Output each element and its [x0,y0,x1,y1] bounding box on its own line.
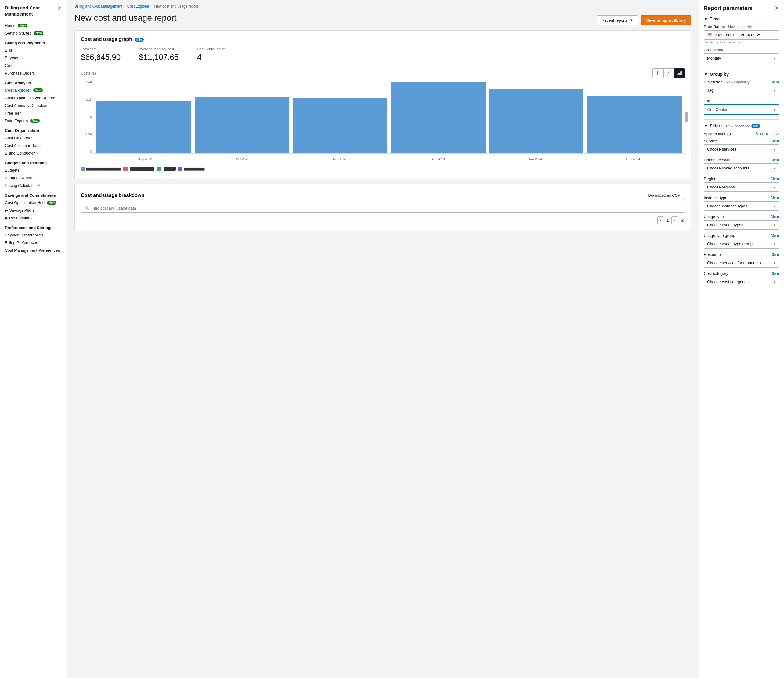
sidebar-item-budgets-reports[interactable]: Budgets Reports [0,174,67,182]
usage-type-group-select[interactable]: Choose usage type groups [704,239,779,249]
y-label-35k: 3.5K [81,132,92,136]
sidebar-item-reservations[interactable]: ▶ Reservations [0,214,67,222]
sidebar-item-budgets[interactable]: Budgets [0,167,67,174]
sidebar-item-getting-started[interactable]: Getting Started New [0,29,67,37]
sidebar-item-cost-allocation[interactable]: Cost Allocation Tags [0,142,67,150]
bar-chart-button[interactable] [652,69,663,78]
bar-group[interactable] [195,80,289,153]
instance-type-clear-link[interactable]: Clear [770,196,779,200]
x-axis-label: Jan 2024 [487,157,584,161]
sidebar-item-free-tier[interactable]: Free Tier [0,109,67,117]
usage-type-group-select-wrapper: Choose usage type groups [704,239,779,249]
region-select[interactable]: Choose regions [704,182,779,192]
filters-section-header[interactable]: ▼ Filters - New capability Info [704,123,779,128]
clear-all-link[interactable]: Clear all [756,131,769,136]
bar[interactable] [489,89,584,153]
prev-page-button[interactable]: ‹ [657,216,664,224]
bar-group[interactable] [587,80,682,153]
bar-group[interactable] [391,80,485,153]
sidebar-item-payment-pref[interactable]: Payment Preferences [0,231,67,239]
usage-type-select[interactable]: Choose usage types [704,220,779,230]
service-clear-link[interactable]: Clear [770,139,779,143]
cost-category-select[interactable]: Choose cost categories [704,277,779,287]
bar[interactable] [587,96,682,153]
group-by-header[interactable]: ▼ Group by [704,72,779,76]
x-axis-label: Sep 2023 [96,157,194,161]
recent-reports-button[interactable]: Recent reports ▼ [597,15,638,25]
region-clear-link[interactable]: Clear [770,177,779,181]
sidebar-item-saved-reports[interactable]: Cost Explorer Saved Reports [0,94,67,102]
sidebar-item-cost-explorer[interactable]: Cost Explorer New [0,86,67,94]
date-range-sublabel: Displaying last 6 months [704,40,779,44]
sidebar-item-credits[interactable]: Credits [0,62,67,69]
sidebar-item-purchase-orders[interactable]: Purchase Orders [0,69,67,77]
bar-group[interactable] [96,80,191,153]
panel-drag-handle[interactable]: ⋮ [685,112,689,122]
cost-usage-graph-card: Cost and usage graph Info Total cost $66… [75,30,691,179]
save-to-library-button[interactable]: Save to report library [641,15,691,25]
cost-category-filter-field: Cost category Clear Choose cost categori… [704,271,779,287]
avg-monthly-metric: Average monthly cost $11,107.65 [139,47,179,62]
sidebar-close-button[interactable]: ✕ [58,5,62,12]
scatter-chart-button[interactable] [663,69,674,78]
search-box[interactable]: 🔍 [81,204,685,213]
download-csv-button[interactable]: Download as CSV [644,190,685,200]
applied-filters-label: Applied filters (0) [704,132,734,136]
bar[interactable] [96,101,191,153]
instance-type-select[interactable]: Choose instance types [704,201,779,211]
next-page-button[interactable]: › [671,216,678,224]
sidebar-item-savings-plans[interactable]: ▶ Savings Plans [0,206,67,214]
linked-account-label: Linked account Clear [704,157,779,162]
bar-group[interactable] [292,80,387,153]
new-badge: New [30,119,40,123]
bar-group[interactable] [489,80,584,153]
sidebar-item-billing-conductor[interactable]: Billing Conductor ↗ [0,150,67,157]
sidebar-item-cost-categories[interactable]: Cost Categories [0,134,67,142]
info-badge[interactable]: Info [135,37,144,42]
sidebar-item-anomaly[interactable]: Cost Anomaly Detection [0,102,67,109]
bar[interactable] [195,97,289,153]
sidebar-item-optimization-hub[interactable]: Cost Optimization Hub New [0,199,67,206]
usage-type-clear-link[interactable]: Clear [770,215,779,219]
filters-info-badge[interactable]: Info [751,124,760,128]
granularity-select[interactable]: Monthly Daily Hourly [704,53,779,63]
dimension-select[interactable]: Tag Service Linked Account Region [704,86,779,95]
sidebar-item-billing-pref[interactable]: Billing Preferences [0,239,67,246]
linked-account-select[interactable]: Choose linked accounts [704,164,779,173]
filter-settings-icon[interactable]: ⚙ [775,131,779,136]
breadcrumb-billing[interactable]: Billing and Cost Management [75,4,122,9]
service-select[interactable]: Choose services [704,145,779,154]
legend-color-3 [130,167,154,171]
cost-category-clear-link[interactable]: Clear [770,271,779,276]
page-header: New cost and usage report Recent reports… [67,10,698,30]
sidebar-item-cost-mgmt-pref[interactable]: Cost Management Preferences [0,246,67,254]
date-range-input[interactable]: 📅 2023-09-01 — 2024-02-29 [704,30,779,40]
area-chart-button[interactable] [674,69,685,78]
sidebar-item-home[interactable]: Home New [0,22,67,29]
linked-account-clear-link[interactable]: Clear [770,158,779,162]
sidebar-item-payments[interactable]: Payments [0,54,67,62]
page-number: 1 [666,218,669,223]
bar[interactable] [391,82,485,153]
pagination-settings-button[interactable]: ⚙ [681,217,685,223]
sidebar-item-bills[interactable]: Bills [0,47,67,54]
resource-clear-link[interactable]: Clear [770,252,779,257]
bar[interactable] [292,98,387,153]
section-toggle-icon: ▼ [704,17,708,21]
x-axis: Sep 2023Oct 2023Nov 2023Dec 2023Jan 2024… [93,156,685,161]
total-cost-value: $66,645.90 [81,53,121,62]
panel-close-button[interactable]: ✕ [775,5,779,12]
dimension-clear-link[interactable]: Clear [770,80,779,84]
resource-select[interactable]: Choose services for resources [704,258,779,268]
tag-select[interactable]: CostCenter Environment Project [704,104,779,115]
breadcrumb-cost-explorer[interactable]: Cost Explorer [127,4,149,9]
region-select-wrapper: Choose regions [704,182,779,192]
time-section-header[interactable]: ▼ Time [704,17,779,21]
usage-type-group-clear-link[interactable]: Clear [770,234,779,238]
usage-type-filter-field: Usage type Clear Choose usage types [704,214,779,230]
sidebar-item-pricing-calc[interactable]: Pricing Calculator ↗ [0,182,67,189]
search-icon: 🔍 [84,206,89,210]
search-input[interactable] [92,206,681,210]
sidebar-item-data-exports[interactable]: Data Exports New [0,117,67,125]
svg-rect-0 [655,72,656,75]
